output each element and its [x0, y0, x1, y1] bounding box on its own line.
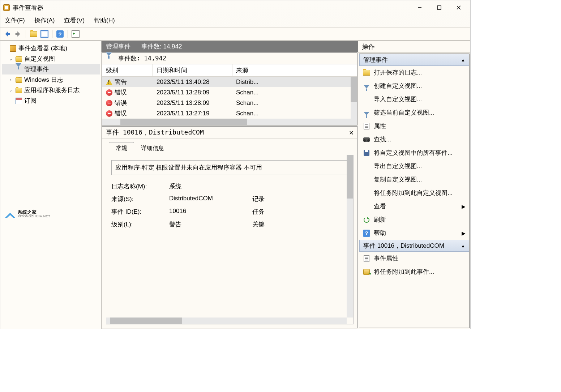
action-icon: [363, 176, 370, 183]
action-item[interactable]: 查找...: [359, 133, 469, 146]
event-row[interactable]: 错误2023/5/11 13:28:09Schan...: [102, 98, 357, 108]
app-icon: [3, 4, 10, 11]
actions-section-admin[interactable]: 管理事件 ▲: [359, 54, 469, 66]
action-label: 复制自定义视图...: [374, 175, 422, 184]
action-item[interactable]: 事件属性: [359, 252, 469, 265]
cell-datetime: 2023/5/11 13:27:19: [153, 110, 232, 117]
event-row[interactable]: 错误2023/5/11 13:27:19Schan...: [102, 108, 357, 119]
action-label: 属性: [374, 122, 386, 130]
back-button[interactable]: [3, 29, 12, 39]
action-item[interactable]: 筛选当前自定义视图...: [359, 106, 469, 119]
menu-help[interactable]: 帮助(H): [94, 16, 115, 25]
tree-label: 自定义视图: [24, 55, 55, 63]
vertical-scrollbar[interactable]: [351, 77, 357, 119]
maximize-button[interactable]: [433, 3, 446, 13]
col-header-level[interactable]: 级别: [102, 64, 153, 76]
prop-source-value: DistributedCOM: [169, 195, 252, 203]
menu-action[interactable]: 操作(A): [34, 16, 55, 25]
actions-section-event[interactable]: 事件 10016，DistributedCOM ▲: [359, 240, 469, 252]
cell-level: 警告: [115, 78, 127, 86]
expand-icon[interactable]: ›: [8, 88, 13, 93]
open-folder-button[interactable]: [29, 29, 38, 39]
tree-label: 应用程序和服务日志: [24, 86, 80, 94]
tree-windows-logs[interactable]: › Windows 日志: [2, 74, 100, 85]
menu-file[interactable]: 文件(F): [5, 16, 25, 25]
minimize-button[interactable]: [413, 3, 426, 13]
action-icon: [363, 136, 370, 143]
tree-label: 管理事件: [24, 65, 49, 73]
detail-title: 事件 10016，DistributedCOM: [106, 128, 204, 137]
action-label: 导出自定义视图...: [374, 162, 422, 170]
cell-datetime: 2023/5/11 13:28:09: [153, 89, 232, 96]
horizontal-scrollbar[interactable]: [102, 119, 357, 125]
close-detail-button[interactable]: ✕: [349, 128, 354, 137]
event-row[interactable]: 警告2023/5/11 13:40:28Distrib...: [102, 77, 357, 87]
prop-level-label: 级别(L):: [111, 220, 169, 229]
tab-details[interactable]: 详细信息: [134, 142, 171, 155]
horizontal-scrollbar[interactable]: [106, 318, 347, 324]
action-item[interactable]: ?帮助▶: [359, 226, 469, 240]
col-header-source[interactable]: 来源: [232, 64, 357, 76]
folder-icon: [16, 56, 22, 62]
section-label: 管理事件: [363, 56, 388, 64]
action-item[interactable]: 将任务附加到此自定义视图...: [359, 186, 469, 200]
prop-logname-value: 系统: [169, 182, 252, 191]
separator: [68, 30, 68, 38]
tab-general[interactable]: 常规: [109, 142, 134, 155]
col-header-datetime[interactable]: 日期和时间: [153, 64, 232, 76]
action-item[interactable]: 属性: [359, 119, 469, 133]
action-item[interactable]: 将自定义视图中的所有事件...: [359, 146, 469, 159]
action-icon: [363, 69, 370, 76]
action-icon: [363, 82, 370, 90]
action-item[interactable]: 导出自定义视图...: [359, 159, 469, 173]
prop-source-label: 来源(S):: [111, 195, 169, 203]
pane-toggle-1[interactable]: [40, 29, 49, 39]
collapse-icon: ▲: [461, 243, 465, 248]
prop-source-right: 记录: [252, 195, 274, 203]
action-icon: [363, 123, 370, 130]
action-label: 刷新: [374, 216, 386, 224]
section-label: 事件 10016，DistributedCOM: [363, 242, 444, 250]
event-row[interactable]: 错误2023/5/11 13:28:09Schan...: [102, 87, 357, 98]
action-item[interactable]: 打开保存的日志...: [359, 66, 469, 79]
help-button[interactable]: ?: [55, 29, 65, 39]
tree-label: 订阅: [24, 97, 37, 105]
event-viewer-icon: [10, 45, 16, 52]
svg-rect-1: [437, 6, 441, 9]
prop-eventid-right: 任务: [252, 208, 274, 216]
action-icon: [363, 255, 370, 262]
action-item[interactable]: 查看▶: [359, 200, 469, 213]
action-item[interactable]: 将任务附加到此事件...: [359, 265, 469, 278]
cell-source: Schan...: [232, 110, 357, 117]
action-label: 将任务附加到此事件...: [374, 268, 434, 276]
watermark-logo-icon: [5, 209, 16, 218]
tree-subscriptions[interactable]: 订阅: [2, 95, 100, 106]
tree-app-logs[interactable]: › 应用程序和服务日志: [2, 85, 100, 95]
pane-toggle-2[interactable]: [71, 29, 80, 39]
action-item[interactable]: 创建自定义视图...: [359, 79, 469, 93]
folder-icon: [16, 88, 22, 93]
action-item[interactable]: 刷新: [359, 213, 469, 226]
forward-button[interactable]: [13, 29, 23, 39]
funnel-icon: [16, 63, 21, 74]
tree-root[interactable]: 事件查看器 (本地): [2, 43, 100, 54]
action-item[interactable]: 复制自定义视图...: [359, 173, 469, 186]
tree-custom-views[interactable]: ⌄ 自定义视图: [2, 54, 100, 64]
expand-icon[interactable]: ›: [8, 77, 13, 82]
action-label: 查看: [374, 202, 386, 210]
vertical-scrollbar[interactable]: [347, 155, 353, 318]
close-button[interactable]: [452, 3, 465, 13]
action-label: 查找...: [374, 135, 391, 144]
cell-source: Distrib...: [232, 78, 357, 86]
action-label: 筛选当前自定义视图...: [374, 108, 434, 117]
cell-datetime: 2023/5/11 13:40:28: [153, 78, 232, 86]
tree-admin-events[interactable]: 管理事件: [2, 64, 100, 74]
action-item[interactable]: 导入自定义视图...: [359, 93, 469, 106]
collapse-icon[interactable]: ⌄: [8, 56, 13, 61]
tree-root-label: 事件查看器 (本地): [18, 44, 67, 52]
cell-level: 错误: [115, 99, 127, 107]
warning-icon: [106, 79, 112, 85]
menu-view[interactable]: 查看(V): [64, 16, 85, 25]
error-icon: [106, 110, 112, 117]
prop-level-value: 警告: [169, 220, 252, 229]
